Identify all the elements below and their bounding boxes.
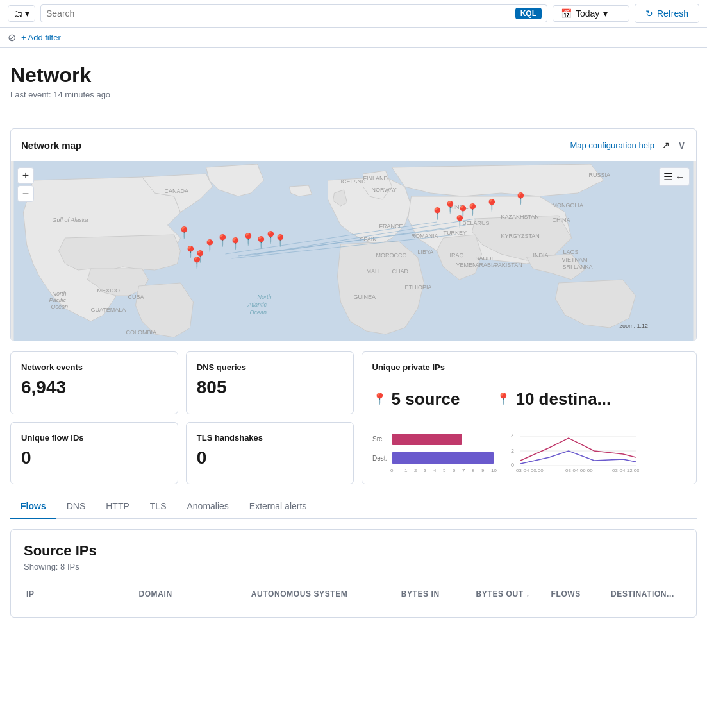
network-map-title: Network map — [21, 140, 81, 151]
chevron-down-icon: ▾ — [603, 8, 608, 19]
svg-text:North: North — [258, 294, 272, 300]
tab-flows[interactable]: Flows — [10, 495, 56, 519]
tab-anomalies[interactable]: Anomalies — [176, 495, 238, 519]
tab-dns[interactable]: DNS — [56, 495, 96, 519]
source-ips-subtitle: Showing: 8 IPs — [24, 562, 683, 571]
last-event-label: Last event: 14 minutes ago — [10, 90, 697, 99]
svg-text:10: 10 — [491, 468, 497, 473]
svg-text:Pacific: Pacific — [49, 297, 67, 303]
svg-text:2: 2 — [414, 468, 417, 473]
map-controls: + − — [17, 167, 34, 202]
kql-badge[interactable]: KQL — [515, 8, 542, 19]
source-ips-title: Source IPs — [24, 543, 683, 559]
svg-text:SRI LANKA: SRI LANKA — [563, 264, 593, 270]
tls-handshakes-card: TLS handshakes 0 — [186, 422, 354, 485]
map-svg: Gulf of Alaska CANADA ICELAND FINLAND NO… — [11, 161, 696, 341]
tab-http[interactable]: HTTP — [96, 495, 140, 519]
svg-text:CHINA: CHINA — [553, 217, 570, 223]
bar-chart: Src. Dest. 0 1 2 3 4 5 6 7 8 9 — [372, 428, 501, 473]
svg-text:ARABIA: ARABIA — [476, 262, 497, 268]
map-zoom-in-button[interactable]: + — [17, 167, 34, 184]
svg-text:Atlantic: Atlantic — [247, 301, 267, 308]
svg-text:0: 0 — [390, 468, 394, 473]
svg-text:MALI: MALI — [367, 268, 380, 275]
tls-handshakes-value: 0 — [197, 448, 343, 468]
map-legend-button[interactable]: ☰ ← — [659, 167, 690, 186]
dest-ip-value: 10 destina... — [515, 389, 611, 409]
svg-text:KYRGYZSTAN: KYRGYZSTAN — [501, 233, 540, 239]
page-content: Network Last event: 14 minutes ago Netwo… — [0, 48, 707, 633]
svg-text:NORWAY: NORWAY — [372, 187, 397, 193]
svg-text:MOROCCO: MOROCCO — [376, 252, 407, 258]
svg-text:COLOMBIA: COLOMBIA — [126, 329, 157, 335]
svg-text:4: 4 — [511, 433, 514, 439]
svg-text:RUSSIA: RUSSIA — [589, 172, 611, 178]
svg-text:📍: 📍 — [485, 198, 499, 212]
svg-text:Gulf of Alaska: Gulf of Alaska — [53, 217, 88, 223]
search-input[interactable] — [46, 8, 515, 19]
source-ip-value: 5 source — [392, 389, 460, 409]
mini-charts: Src. Dest. 0 1 2 3 4 5 6 7 8 9 — [372, 428, 686, 473]
section-divider — [10, 115, 697, 115]
svg-text:5: 5 — [443, 468, 446, 473]
svg-text:2: 2 — [511, 448, 514, 454]
unique-flow-ids-card: Unique flow IDs 0 — [10, 422, 178, 485]
col-flows-label: Flows — [551, 589, 581, 598]
tab-external-alerts[interactable]: External alerts — [239, 495, 317, 519]
map-collapse-button[interactable]: ∨ — [678, 138, 686, 152]
dns-queries-card: DNS queries 805 — [186, 351, 354, 414]
add-filter-button[interactable]: + Add filter — [21, 33, 61, 42]
svg-text:KAZAKHSTAN: KAZAKHSTAN — [501, 214, 539, 220]
svg-text:SAUDI: SAUDI — [476, 255, 494, 262]
sort-desc-icon: ↓ — [526, 591, 530, 598]
unique-ips-values: 📍 5 source 📍 10 destina... — [372, 380, 686, 418]
network-events-label: Network events — [21, 362, 167, 372]
unique-private-ips-card: Unique private IPs 📍 5 source 📍 10 desti… — [362, 351, 697, 484]
svg-text:MONGOLIA: MONGOLIA — [553, 202, 584, 208]
svg-text:03-04 06:00: 03-04 06:00 — [565, 468, 593, 473]
svg-text:Dest.: Dest. — [372, 455, 387, 462]
calendar-icon: 📅 — [561, 8, 572, 19]
network-events-card: Network events 6,943 — [10, 351, 178, 414]
stats-left-col: Network events 6,943 Unique flow IDs 0 — [10, 351, 178, 484]
unique-flow-ids-label: Unique flow IDs — [21, 433, 167, 443]
unique-flow-ids-value: 0 — [21, 448, 167, 468]
col-destination-label: Destination... — [611, 589, 674, 598]
tab-tls[interactable]: TLS — [140, 495, 177, 519]
svg-text:FINLAND: FINLAND — [363, 175, 388, 182]
svg-text:9: 9 — [481, 468, 485, 473]
svg-rect-68 — [392, 434, 462, 445]
map-zoom-out-button[interactable]: − — [17, 185, 34, 202]
col-autonomous-system: Autonomous system — [249, 589, 399, 598]
svg-text:03-04 00:00: 03-04 00:00 — [516, 468, 544, 473]
svg-text:8: 8 — [472, 468, 475, 473]
refresh-button[interactable]: ↻ Refresh — [635, 4, 699, 23]
map-config-help-link[interactable]: Map configuration help — [570, 140, 654, 150]
refresh-icon: ↻ — [645, 8, 653, 19]
index-icon: 🗂 — [13, 8, 22, 19]
page-title: Network — [10, 63, 697, 87]
svg-text:6: 6 — [453, 468, 456, 473]
svg-text:LIBYA: LIBYA — [418, 249, 434, 255]
svg-text:ETHIOPIA: ETHIOPIA — [405, 284, 432, 291]
top-bar: 🗂 ▾ KQL 📅 Today ▾ ↻ Refresh — [0, 0, 707, 28]
svg-text:1: 1 — [404, 468, 408, 473]
svg-text:3: 3 — [424, 468, 427, 473]
svg-text:📍: 📍 — [177, 226, 192, 240]
svg-text:GUINEA: GUINEA — [354, 294, 376, 300]
date-picker[interactable]: 📅 Today ▾ — [553, 5, 629, 22]
col-flows: Flows — [549, 589, 609, 598]
svg-text:MEXICO: MEXICO — [97, 287, 121, 294]
col-bytes-out[interactable]: Bytes out ↓ — [474, 589, 549, 598]
col-bytes-out-label: Bytes out — [476, 589, 524, 598]
tls-handshakes-label: TLS handshakes — [197, 433, 343, 443]
svg-text:7: 7 — [462, 468, 465, 473]
filter-icon[interactable]: ⊘ — [8, 31, 16, 44]
index-selector[interactable]: 🗂 ▾ — [8, 5, 35, 22]
map-area: Gulf of Alaska CANADA ICELAND FINLAND NO… — [11, 161, 696, 341]
stats-grid: Network events 6,943 Unique flow IDs 0 D… — [10, 351, 697, 484]
svg-text:CANADA: CANADA — [165, 188, 189, 194]
source-ip-icon: 📍 — [372, 392, 387, 406]
stats-divider — [478, 380, 478, 418]
svg-text:CHAD: CHAD — [392, 268, 409, 275]
